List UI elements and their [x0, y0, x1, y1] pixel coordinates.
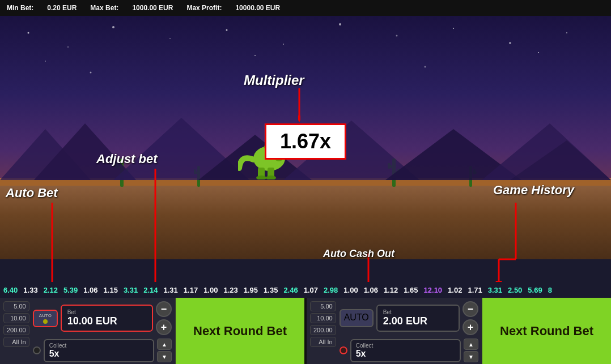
num-1.00b: 1.00	[343, 286, 358, 294]
num-1.00a: 1.00	[203, 286, 218, 294]
num-1.33: 1.33	[23, 286, 37, 294]
num-1.07: 1.07	[304, 286, 318, 294]
num-1.71: 1.71	[468, 286, 482, 294]
right-collect-up[interactable]: ▲	[464, 339, 478, 350]
right-collect-stepper: ▲ ▼	[464, 339, 478, 362]
svg-point-6	[339, 23, 341, 25]
svg-point-11	[45, 61, 46, 62]
left-bet-box: Bet 10.00 EUR	[61, 305, 153, 332]
num-1.06b: 1.06	[364, 286, 378, 294]
max-profit-value: 10000.00 EUR	[235, 4, 280, 12]
right-preset-col: 5.00 10.00 200.00 All In	[310, 301, 336, 361]
left-collect-box: Collect 5x	[44, 339, 154, 362]
right-collect-value: 5x	[356, 349, 455, 359]
numbers-bar: 6.40 1.33 2.12 5.39 1.06 1.15 3.31 2.14 …	[0, 282, 611, 298]
num-3.31a: 3.31	[124, 286, 138, 294]
right-collect-down[interactable]: ▼	[464, 351, 478, 362]
min-bet-label: Min Bet:	[7, 4, 33, 12]
left-auto-label: AUTO	[39, 313, 52, 318]
right-preset-200[interactable]: 200.00	[310, 325, 336, 335]
arrow-adjust-bet	[154, 169, 156, 282]
right-preset-10[interactable]: 10.00	[310, 313, 336, 323]
svg-point-4	[226, 29, 228, 31]
right-bottom-row: Collect 5x ▲ ▼	[340, 339, 478, 362]
annotation-auto-cash-out: Auto Cash Out	[323, 248, 394, 260]
min-bet-value: 0.20 EUR	[47, 4, 77, 12]
svg-point-51	[266, 175, 276, 179]
max-bet-label: Max Bet:	[90, 4, 118, 12]
left-preset-5[interactable]: 5.00	[3, 301, 29, 311]
right-stepper-group: − +	[463, 301, 478, 335]
game-area: 1.67x Multiplier Adjust bet Auto Bet Aut…	[0, 16, 611, 282]
bottom-controls: 5.00 10.00 200.00 All In AUTO Bet 10.00 …	[0, 298, 611, 364]
right-preset-allin[interactable]: All In	[310, 337, 336, 347]
svg-point-9	[509, 42, 511, 44]
svg-point-8	[453, 28, 454, 29]
left-collect-value: 5x	[49, 349, 148, 359]
left-auto-indicator	[43, 319, 48, 324]
annotation-adjust-bet: Adjust bet	[96, 152, 158, 166]
num-1.12: 1.12	[384, 286, 398, 294]
left-plus-btn[interactable]: +	[156, 319, 172, 335]
arrow-game-history	[493, 203, 538, 282]
left-preset-10[interactable]: 10.00	[3, 313, 29, 323]
right-collect-label: Collect	[356, 342, 455, 349]
left-stepper-group: − +	[156, 301, 172, 335]
annotation-auto-bet: Auto Bet	[6, 186, 58, 200]
num-6.40: 6.40	[3, 286, 18, 294]
right-plus-btn[interactable]: +	[463, 319, 478, 335]
num-12.10: 12.10	[424, 286, 443, 294]
right-bet-amount: 2.00 EUR	[383, 315, 453, 327]
right-collect-box: Collect 5x	[350, 339, 461, 362]
num-2.46: 2.46	[283, 286, 298, 294]
left-bottom-row: Collect 5x ▲ ▼	[33, 339, 172, 362]
left-preset-col: 5.00 10.00 200.00 All In	[3, 301, 29, 361]
svg-point-50	[256, 175, 266, 179]
left-preset-200[interactable]: 200.00	[3, 325, 29, 335]
left-auto-button[interactable]: AUTO	[33, 310, 58, 327]
num-2.50: 2.50	[508, 286, 522, 294]
right-auto-label: AUTO	[344, 312, 369, 323]
right-minus-btn[interactable]: −	[463, 301, 478, 317]
multiplier-value: 1.67x	[280, 130, 331, 153]
svg-point-10	[566, 32, 567, 33]
num-1.65: 1.65	[404, 286, 418, 294]
svg-point-12	[90, 72, 92, 74]
svg-point-2	[112, 26, 114, 28]
arrow-multiplier	[298, 88, 300, 122]
multiplier-display: 1.67x	[265, 123, 346, 160]
num-1.02: 1.02	[448, 286, 462, 294]
svg-point-3	[169, 38, 171, 39]
left-bet-panel: 5.00 10.00 200.00 All In AUTO Bet 10.00 …	[0, 298, 176, 364]
right-next-round-button[interactable]: Next Round Bet	[482, 298, 611, 364]
left-next-round-button[interactable]: Next Round Bet	[176, 298, 304, 364]
left-collect-up[interactable]: ▲	[157, 339, 172, 350]
right-auto-radio[interactable]	[340, 346, 347, 354]
num-1.06a: 1.06	[83, 286, 97, 294]
top-bar: Min Bet: 0.20 EUR Max Bet: 1000.00 EUR M…	[0, 0, 611, 16]
num-8: 8	[548, 286, 552, 294]
left-minus-btn[interactable]: −	[156, 301, 172, 317]
left-collect-stepper: ▲ ▼	[157, 339, 172, 362]
left-collect-down[interactable]: ▼	[157, 351, 172, 362]
right-auto-button[interactable]: AUTO	[340, 309, 374, 327]
svg-point-7	[396, 35, 398, 37]
num-1.15: 1.15	[104, 286, 118, 294]
right-preset-5[interactable]: 5.00	[310, 301, 336, 311]
annotation-game-history: Game History	[493, 183, 574, 198]
left-bet-amount: 10.00 EUR	[67, 315, 146, 327]
left-collect-label: Collect	[49, 342, 148, 349]
num-2.12: 2.12	[44, 286, 58, 294]
left-preset-allin[interactable]: All In	[3, 337, 29, 347]
right-panel-inner: AUTO Bet 2.00 EUR − + Collect	[340, 301, 478, 361]
right-bet-panel: 5.00 10.00 200.00 All In AUTO Bet 2.00 E…	[307, 298, 482, 364]
right-bet-box: Bet 2.00 EUR	[376, 305, 460, 332]
left-panel-inner: AUTO Bet 10.00 EUR − + Collect	[33, 301, 172, 361]
left-auto-radio[interactable]	[33, 346, 41, 354]
num-1.95: 1.95	[244, 286, 258, 294]
svg-point-15	[538, 52, 539, 53]
svg-marker-57	[298, 115, 300, 122]
svg-point-0	[28, 32, 29, 34]
svg-point-5	[283, 44, 284, 45]
num-5.69: 5.69	[528, 286, 542, 294]
